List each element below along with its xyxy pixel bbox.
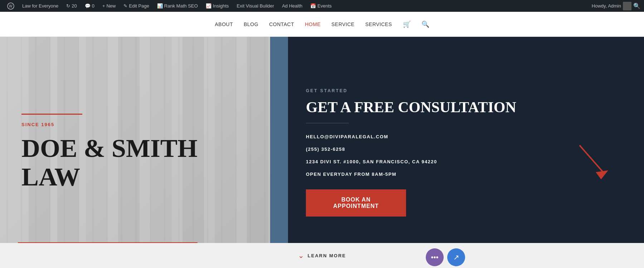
comment-icon: 💬: [85, 3, 91, 9]
hero-right-section: GET STARTED GET A FREE CONSULTATION HELL…: [270, 37, 644, 268]
dots-icon: •••: [431, 253, 438, 262]
chevron-down-icon[interactable]: ⌄: [298, 251, 304, 260]
updates-item[interactable]: ↻ 20: [63, 0, 80, 12]
cart-icon[interactable]: 🛒: [403, 21, 411, 28]
nav-item-about[interactable]: About: [215, 21, 233, 28]
nav-link-blog[interactable]: Blog: [244, 21, 258, 27]
arrow-svg: [572, 138, 615, 184]
edit-page-item[interactable]: ✎ Edit Page: [120, 0, 152, 12]
new-label: New: [106, 3, 116, 9]
hero-left-content: SINCE 1965 DOE & SMITH LAW: [0, 37, 270, 268]
main-content: SINCE 1965 DOE & SMITH LAW GET STARTED G…: [0, 37, 644, 268]
edit-page-label: Edit Page: [129, 3, 149, 9]
nav-item-home[interactable]: Home: [305, 21, 321, 28]
nav-bar: About Blog Contact Home Service Services…: [0, 12, 644, 37]
nav-item-service[interactable]: Service: [331, 21, 355, 28]
chart-icon: ↗: [453, 253, 459, 262]
hero-title-line2: LAW: [21, 163, 80, 191]
insights-item[interactable]: 📈 Insights: [202, 0, 233, 12]
ad-health-item[interactable]: Ad Health: [278, 0, 306, 12]
nav-link-services[interactable]: Services: [365, 21, 392, 27]
site-name: Law for Everyone: [22, 3, 58, 9]
svg-line-2: [580, 145, 605, 174]
admin-bar-right: Howdy, Admin 🔍: [592, 2, 640, 10]
learn-more-section: ⌄ LEARN MORE: [298, 251, 346, 260]
nav-link-about[interactable]: About: [215, 21, 233, 27]
plus-icon: +: [102, 3, 105, 9]
nav-link-contact[interactable]: Contact: [269, 21, 294, 27]
admin-search-icon[interactable]: 🔍: [633, 3, 640, 9]
fab-dots-button[interactable]: •••: [426, 248, 444, 266]
hero-title-line1: DOE & SMITH: [21, 134, 197, 163]
nav-item-blog[interactable]: Blog: [244, 21, 258, 28]
hero-section: SINCE 1965 DOE & SMITH LAW: [0, 37, 270, 268]
book-appointment-button[interactable]: Book An Appointment: [306, 189, 406, 217]
blue-accent-panel: [270, 37, 288, 268]
insights-label: Insights: [213, 3, 229, 9]
new-item[interactable]: + New: [99, 0, 119, 12]
exit-builder-item[interactable]: Exit Visual Builder: [233, 0, 278, 12]
rank-math-label: Rank Math SEO: [164, 3, 198, 9]
nav-item-services[interactable]: Services: [365, 21, 392, 28]
admin-bar: W Law for Everyone ↻ 20 💬 0 + New ✎ Edit…: [0, 0, 644, 12]
site-name-item[interactable]: Law for Everyone: [19, 0, 62, 12]
divider-line: [306, 123, 349, 123]
fab-chart-button[interactable]: ↗: [447, 248, 465, 266]
svg-marker-3: [596, 170, 608, 179]
wp-logo-item[interactable]: W: [4, 0, 18, 12]
hero-title: DOE & SMITH LAW: [21, 134, 249, 191]
hero-since: SINCE 1965: [21, 122, 249, 127]
nav-item-contact[interactable]: Contact: [269, 21, 294, 28]
rank-math-icon: 📊: [157, 3, 163, 9]
comments-count: 0: [92, 3, 94, 9]
exit-builder-label: Exit Visual Builder: [237, 3, 274, 9]
nav-item-cart[interactable]: 🛒: [403, 20, 411, 28]
learn-more-text: LEARN MORE: [308, 253, 346, 258]
events-label: Events: [317, 3, 332, 9]
comments-item[interactable]: 💬 0: [81, 0, 98, 12]
rank-math-item[interactable]: 📊 Rank Math SEO: [153, 0, 201, 12]
arrow-decoration: [572, 138, 615, 186]
consultation-title: GET A FREE CONSULTATION: [306, 99, 626, 116]
admin-bar-left: W Law for Everyone ↻ 20 💬 0 + New ✎ Edit…: [4, 0, 592, 12]
howdy-label: Howdy, Admin: [592, 3, 621, 9]
edit-icon: ✎: [123, 3, 127, 9]
nav-link-service[interactable]: Service: [331, 21, 355, 27]
hero-red-line: [21, 114, 82, 115]
bottom-fab-actions: ••• ↗: [426, 248, 465, 266]
admin-avatar: [623, 2, 631, 10]
nav-links: About Blog Contact Home Service Services…: [215, 20, 429, 28]
wp-logo-icon: W: [7, 3, 14, 10]
updates-count: 20: [72, 3, 77, 9]
consultation-panel: GET STARTED GET A FREE CONSULTATION HELL…: [288, 37, 644, 268]
ad-health-label: Ad Health: [282, 3, 302, 9]
events-icon: 📅: [310, 3, 316, 9]
svg-text:W: W: [9, 4, 13, 8]
events-item[interactable]: 📅 Events: [307, 0, 335, 12]
get-started-label: GET STARTED: [306, 88, 626, 93]
nav-item-search[interactable]: 🔍: [421, 20, 429, 28]
search-icon[interactable]: 🔍: [421, 21, 429, 28]
updates-icon: ↻: [66, 3, 70, 9]
insights-icon: 📈: [206, 3, 211, 9]
nav-link-home[interactable]: Home: [305, 21, 321, 27]
